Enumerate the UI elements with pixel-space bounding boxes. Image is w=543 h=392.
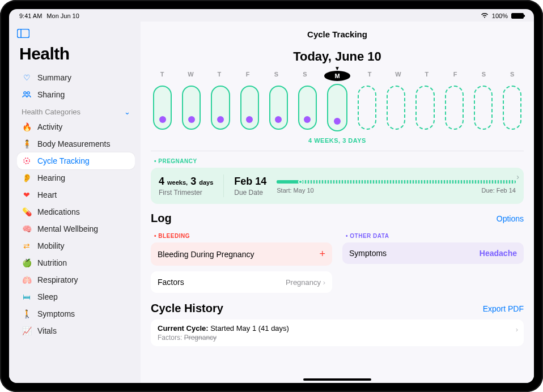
other-data-section-label: OTHER DATA: [346, 233, 524, 239]
battery-icon: [511, 13, 524, 19]
chevron-down-icon: ⌄: [124, 108, 130, 116]
day-pill[interactable]: [269, 86, 288, 130]
sidebar-item-label: Mobility: [37, 241, 64, 250]
sidebar-item-mental-wellbeing[interactable]: 🧠 Mental Wellbeing: [17, 220, 135, 237]
sidebar-item-summary[interactable]: ♡ Summary: [17, 69, 135, 86]
sidebar-item-activity[interactable]: 🔥 Activity: [17, 118, 135, 135]
day-letter: T: [360, 71, 379, 81]
pregnancy-progress-bar: Start: May 10 Due: Feb 14: [277, 178, 516, 194]
due-date-block: Feb 14 Due Date: [234, 176, 266, 197]
sidebar-item-vitals[interactable]: 📈 Vitals: [17, 322, 135, 339]
day-pill[interactable]: [153, 86, 172, 130]
sidebar-item-medications[interactable]: 💊 Medications: [17, 203, 135, 220]
sidebar-section-header[interactable]: Health Categories ⌄: [22, 108, 130, 116]
pill-icon: 💊: [22, 207, 32, 217]
brain-icon: 🧠: [22, 224, 32, 234]
sidebar-item-label: Medications: [37, 207, 80, 216]
walk-icon: 🚶: [22, 309, 32, 319]
day-pill[interactable]: [182, 86, 201, 130]
divider: [151, 151, 524, 151]
today-marker: M: [324, 71, 350, 81]
bed-icon: 🛏: [22, 292, 32, 302]
factors-card[interactable]: Factors Pregnancy: [151, 271, 332, 293]
day-pill-future[interactable]: [358, 86, 376, 130]
sidebar-item-label: Cycle Tracking: [37, 156, 90, 165]
symptom-dot-icon: [275, 116, 282, 123]
day-letter: S: [503, 71, 521, 81]
day-strip[interactable]: T W T F S S ▼ M T W T F S: [151, 71, 524, 144]
chevron-right-icon: ›: [516, 325, 518, 334]
cycle-duration: 4 WEEKS, 3 DAYS: [151, 137, 524, 144]
day-letter: T: [418, 71, 436, 81]
apple-icon: 🍏: [22, 258, 32, 268]
people-icon: [22, 91, 32, 98]
day-letter: F: [446, 71, 464, 81]
sidebar-item-label: Activity: [37, 122, 62, 131]
vitals-icon: 📈: [22, 326, 32, 336]
weeks-number: 4: [159, 176, 164, 187]
home-indicator[interactable]: [303, 378, 371, 381]
sidebar-item-mobility[interactable]: ⇄ Mobility: [17, 237, 135, 254]
status-time: 9:41 AM: [19, 12, 42, 19]
factors-title: Factors: [158, 278, 184, 287]
days-number: 3: [190, 176, 196, 187]
main-panel: Cycle Tracking Today, June 10 T W T F S …: [141, 22, 534, 383]
day-pill[interactable]: [211, 86, 230, 130]
due-date-label: Due Date: [234, 189, 266, 197]
sidebar-item-heart[interactable]: ❤ Heart: [17, 186, 135, 203]
chevron-right-icon: ›: [516, 172, 519, 181]
day-pill-future[interactable]: [415, 86, 434, 130]
sidebar-item-label: Vitals: [37, 326, 57, 335]
day-letter: S: [474, 71, 493, 81]
sidebar-item-cycle-tracking[interactable]: Cycle Tracking: [17, 152, 135, 169]
sidebar-item-symptoms[interactable]: 🚶 Symptoms: [17, 305, 135, 322]
day-letter-today: ▼ M: [324, 71, 350, 81]
status-bar: 9:41 AM Mon Jun 10 100%: [9, 9, 534, 22]
day-letter: T: [153, 71, 171, 81]
svg-rect-0: [18, 29, 29, 38]
history-factors-label: Factors:: [158, 334, 184, 342]
pregnancy-section-label: PREGNANCY: [154, 158, 524, 164]
symptoms-card[interactable]: Symptoms Headache: [342, 242, 524, 264]
day-pill-future[interactable]: [503, 86, 521, 130]
plus-icon[interactable]: +: [319, 248, 325, 260]
pregnancy-card[interactable]: › 4 weeks, 3 days First Trimester Feb 14: [151, 168, 524, 204]
bleeding-card[interactable]: Bleeding During Pregnancy +: [151, 242, 332, 266]
day-pill[interactable]: [298, 86, 317, 130]
day-pill[interactable]: [240, 86, 259, 130]
bleeding-section-label: BLEEDING: [154, 233, 332, 239]
cycle-history-card[interactable]: › Current Cycle: Started May 1 (41 days)…: [151, 319, 524, 346]
lungs-icon: 🫁: [22, 275, 32, 285]
sidebar-item-label: Mental Wellbeing: [37, 224, 98, 233]
day-pill-future[interactable]: [387, 86, 405, 130]
svg-point-2: [24, 92, 26, 94]
sidebar-item-label: Summary: [37, 73, 71, 82]
sidebar-item-sleep[interactable]: 🛏 Sleep: [17, 288, 135, 305]
trimester-label: First Trimester: [159, 189, 213, 197]
progress-due-label: Due: Feb 14: [481, 187, 516, 194]
day-pill-future[interactable]: [474, 86, 493, 130]
day-pill-today[interactable]: [327, 84, 347, 131]
svg-point-3: [27, 92, 29, 94]
sidebar: Health ♡ Summary Sharing Health Categori…: [9, 22, 141, 383]
today-title: Today, June 10: [151, 49, 524, 64]
weeks-unit: weeks,: [167, 179, 188, 186]
options-link[interactable]: Options: [497, 214, 524, 223]
sidebar-item-respiratory[interactable]: 🫁 Respiratory: [17, 271, 135, 288]
sidebar-item-nutrition[interactable]: 🍏 Nutrition: [17, 254, 135, 271]
day-pill-future[interactable]: [445, 86, 464, 130]
app-title: Health: [19, 44, 135, 63]
day-labels: T W T F S S ▼ M T W T F S: [151, 71, 524, 81]
export-pdf-link[interactable]: Export PDF: [483, 304, 524, 313]
symptom-dot-icon: [304, 116, 311, 123]
cycle-history-title: Cycle History: [151, 302, 223, 315]
flame-icon: 🔥: [22, 122, 32, 132]
sidebar-item-body-measurements[interactable]: 🧍 Body Measurements: [17, 135, 135, 152]
symptom-dot-icon: [159, 116, 166, 123]
heart-outline-icon: ♡: [22, 73, 32, 82]
sidebar-item-sharing[interactable]: Sharing: [17, 86, 135, 103]
progress-knob-icon: [298, 180, 303, 184]
symptom-dot-icon: [246, 116, 253, 123]
sidebar-item-hearing[interactable]: 👂 Hearing: [17, 169, 135, 186]
sidebar-toggle-icon[interactable]: [17, 29, 29, 40]
